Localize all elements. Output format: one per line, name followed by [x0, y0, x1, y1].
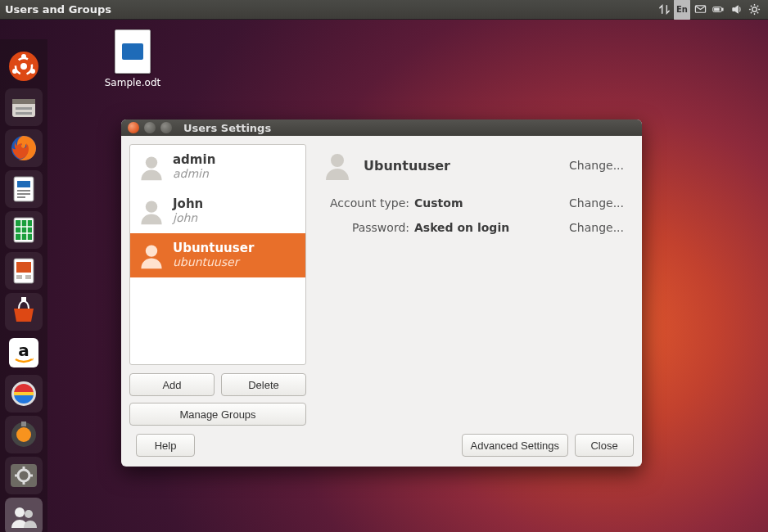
password-label: Password: [321, 221, 409, 234]
launcher-calc[interactable] [5, 211, 43, 249]
window-minimize-icon[interactable] [144, 122, 156, 133]
user-login: admin [173, 167, 215, 181]
window-maximize-icon[interactable] [160, 122, 172, 133]
advanced-settings-button[interactable]: Advanced Settings [462, 434, 568, 457]
unity-launcher: a [0, 39, 47, 532]
user-list-item-admin[interactable]: admin admin [130, 145, 305, 189]
help-button[interactable]: Help [136, 434, 195, 457]
battery-indicator-icon[interactable] [709, 0, 727, 20]
manage-groups-button[interactable]: Manage Groups [129, 403, 306, 426]
launcher-firefox[interactable] [5, 129, 43, 167]
svg-rect-39 [21, 297, 26, 302]
launcher-files[interactable] [5, 88, 43, 126]
delete-user-button[interactable]: Delete [221, 373, 306, 396]
account-type-value: Custom [414, 196, 569, 210]
document-icon [115, 29, 151, 74]
svg-point-45 [16, 427, 31, 442]
svg-point-55 [146, 156, 157, 168]
launcher-app-2[interactable] [5, 416, 43, 453]
svg-line-9 [750, 6, 751, 7]
desktop-file-sample-odt[interactable]: Sample.odt [100, 29, 165, 88]
system-settings-indicator-icon[interactable] [745, 0, 763, 20]
launcher-dash[interactable] [5, 47, 43, 85]
user-list-item-ubuntuuser[interactable]: Ubuntuuser ubuntuuser [130, 233, 305, 277]
svg-line-10 [757, 12, 757, 13]
users-settings-window: Users Settings admin admin [121, 119, 642, 467]
top-panel: Users and Groups En [0, 0, 768, 20]
change-account-type-link[interactable]: Change... [569, 196, 624, 210]
svg-point-54 [25, 510, 33, 518]
avatar-icon [137, 196, 166, 226]
dialog-footer: Help Advanced Settings Close [121, 434, 642, 467]
launcher-impress[interactable] [5, 252, 43, 290]
avatar-icon [321, 149, 354, 182]
user-list: admin admin John john [129, 144, 306, 365]
svg-rect-25 [17, 181, 30, 187]
keyboard-lang-indicator[interactable]: En [673, 0, 691, 20]
svg-text:a: a [18, 340, 29, 360]
svg-point-57 [146, 245, 157, 256]
svg-rect-22 [16, 112, 32, 115]
sound-indicator-icon[interactable] [727, 0, 745, 20]
launcher-app-1[interactable] [5, 375, 43, 413]
user-login: ubuntuuser [173, 255, 254, 269]
launcher-software[interactable] [5, 293, 43, 331]
network-indicator-icon[interactable] [655, 0, 673, 20]
svg-rect-36 [16, 262, 31, 273]
change-password-link[interactable]: Change... [569, 221, 624, 234]
launcher-users-and-groups[interactable] [5, 498, 43, 532]
svg-point-14 [20, 63, 27, 70]
svg-rect-20 [12, 99, 35, 104]
account-type-label: Account type: [321, 196, 409, 210]
user-fullname: John [173, 197, 203, 211]
user-detail-pane: Ubuntuuser Change... Account type: Custo… [306, 144, 634, 426]
svg-rect-3 [714, 8, 719, 11]
svg-point-53 [15, 507, 25, 517]
avatar-icon [137, 241, 166, 270]
svg-rect-37 [16, 275, 22, 279]
launcher-writer[interactable] [5, 170, 43, 208]
close-button[interactable]: Close [575, 434, 634, 457]
svg-rect-43 [14, 392, 34, 395]
active-app-title: Users and Groups [5, 0, 111, 20]
svg-line-11 [750, 12, 751, 13]
messages-indicator-icon[interactable] [691, 0, 709, 20]
desktop-file-label: Sample.odt [100, 77, 165, 88]
change-name-link[interactable]: Change... [569, 159, 624, 172]
user-login: john [173, 211, 203, 225]
user-fullname: Ubuntuuser [173, 241, 254, 255]
window-close-icon[interactable] [128, 122, 139, 133]
user-list-item-john[interactable]: John john [130, 189, 305, 233]
window-titlebar[interactable]: Users Settings [121, 119, 642, 136]
user-fullname: admin [173, 153, 215, 167]
add-user-button[interactable]: Add [129, 373, 215, 396]
avatar-icon [137, 152, 166, 182]
launcher-amazon[interactable]: a [5, 334, 43, 372]
password-value: Asked on login [414, 221, 569, 234]
svg-point-4 [752, 7, 757, 12]
svg-rect-38 [25, 275, 31, 279]
svg-rect-46 [21, 422, 26, 426]
window-title: Users Settings [183, 122, 271, 134]
svg-point-58 [331, 154, 344, 167]
svg-rect-21 [16, 107, 32, 110]
svg-line-12 [757, 6, 757, 7]
svg-rect-30 [16, 220, 32, 240]
desktop-wallpaper: Sample.odt a [0, 20, 768, 532]
svg-point-56 [146, 201, 157, 212]
detail-username: Ubuntuuser [364, 158, 569, 174]
svg-rect-2 [721, 8, 723, 11]
launcher-system-settings[interactable] [5, 457, 43, 494]
